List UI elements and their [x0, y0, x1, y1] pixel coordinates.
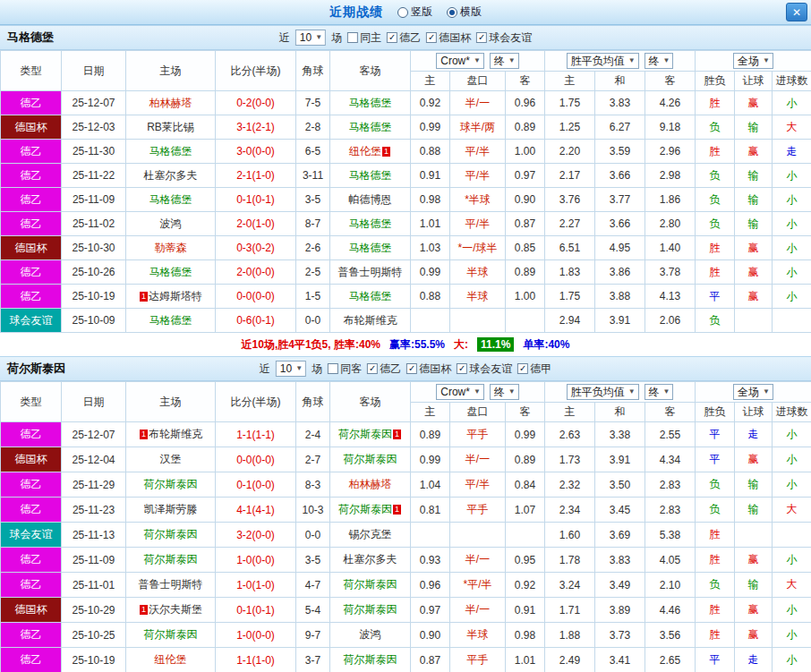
filter-checkbox-1[interactable]: 德乙 [387, 30, 421, 46]
team-link[interactable]: 布轮斯维克 [344, 314, 397, 327]
avg-time-select[interactable]: 终▼ [645, 53, 674, 69]
match-count-select[interactable]: 10▼ [276, 361, 306, 377]
avg-draw-cell: 3.91 [595, 447, 645, 472]
team-link[interactable]: 汉堡 [160, 453, 182, 465]
col-home: 主场 [126, 51, 216, 91]
team-link[interactable]: 马格德堡 [349, 217, 392, 230]
team-link[interactable]: 马格德堡 [149, 145, 192, 157]
team-link[interactable]: 杜塞尔多夫 [144, 169, 198, 182]
chevron-down-icon: ▼ [628, 386, 636, 398]
team-link[interactable]: 锡尔克堡 [349, 528, 392, 540]
corner-cell: 5-4 [296, 598, 330, 623]
team-link[interactable]: 荷尔斯泰因 [344, 453, 397, 465]
away-team-cell: 柏林赫塔 [330, 472, 411, 498]
team-link[interactable]: 帕德博恩 [349, 193, 392, 206]
result-handicap-cell: 赢 [735, 91, 773, 115]
home-team-cell: 荷尔斯泰因 [126, 523, 216, 548]
col-result-handicap: 让球 [735, 403, 773, 422]
away-team-cell: 锡尔克堡 [330, 523, 411, 548]
team-link[interactable]: 普鲁士明斯特 [139, 578, 203, 591]
filter-checkbox-3[interactable]: 球会友谊 [476, 30, 532, 46]
filter-checkbox-3[interactable]: 球会友谊 [457, 362, 512, 377]
bookmaker-select[interactable]: Crow*▼ [436, 53, 484, 69]
close-button[interactable]: ✕ [786, 3, 807, 21]
match-count-select[interactable]: 10▼ [295, 30, 326, 46]
summary-item: 赢率:55.5% [389, 337, 445, 353]
team-link[interactable]: 纽伦堡 [155, 653, 187, 666]
scope-select[interactable]: 全场▼ [733, 53, 773, 69]
team-header: 马格德堡近10▼场同主德乙德国杯球会友谊 [0, 25, 811, 50]
filter-checkbox-0[interactable]: 同主 [347, 30, 381, 46]
layout-radio-horizontal[interactable]: 横版 [447, 4, 482, 20]
date-cell: 25-10-29 [62, 598, 126, 623]
filter-checkbox-2[interactable]: 德国杯 [426, 30, 471, 46]
date-cell: 25-10-19 [62, 285, 126, 309]
filter-checkbox-1[interactable]: 德乙 [367, 362, 401, 377]
date-cell: 25-11-22 [62, 164, 126, 188]
match-row: 球会友谊25-11-13荷尔斯泰因3-2(0-0)0-0锡尔克堡1.603.69… [1, 523, 811, 548]
team-link[interactable]: 马格德堡 [349, 169, 392, 182]
avg-home-cell: 2.34 [545, 498, 595, 523]
team-link[interactable]: 荷尔斯泰因 [144, 478, 198, 490]
layout-radio-vertical[interactable]: 竖版 [397, 4, 432, 20]
team-link[interactable]: 柏林赫塔 [149, 97, 192, 109]
avg-group-header: 胜平负均值▼终▼ [545, 51, 696, 72]
odds-time-select[interactable]: 终▼ [490, 384, 519, 400]
team-link[interactable]: 凯泽斯劳滕 [144, 503, 198, 515]
team-link[interactable]: 勒蒂森 [155, 242, 187, 254]
handicap-cell: 半/一 [450, 447, 506, 472]
team-link[interactable]: 荷尔斯泰因 [144, 528, 198, 540]
scope-select[interactable]: 全场▼ [733, 384, 773, 400]
team-link[interactable]: 布轮斯维克 [149, 428, 202, 440]
result-goals-cell [773, 523, 811, 548]
team-link[interactable]: 荷尔斯泰因 [344, 603, 397, 616]
team-link[interactable]: 沃尔夫斯堡 [149, 603, 202, 616]
result-goals-cell: 小 [773, 548, 811, 573]
avg-select[interactable]: 胜平负均值▼ [567, 384, 639, 400]
odds-time-select[interactable]: 终▼ [490, 53, 519, 69]
team-link[interactable]: 荷尔斯泰因 [344, 578, 397, 591]
odds-home-cell: 0.99 [411, 260, 450, 285]
team-link[interactable]: 马格德堡 [349, 242, 392, 254]
team-link[interactable]: 杜塞尔多夫 [344, 553, 397, 566]
team-link[interactable]: 荷尔斯泰因 [344, 653, 397, 666]
odds-home-cell: 0.99 [411, 447, 450, 472]
filter-checkbox-0[interactable]: 同客 [328, 362, 362, 377]
handicap-cell [450, 523, 506, 548]
filter-checkbox-2[interactable]: 德国杯 [406, 362, 451, 377]
handicap-cell: *半球 [450, 188, 506, 212]
team-link[interactable]: 达姆斯塔特 [149, 290, 202, 302]
team-link[interactable]: 普鲁士明斯特 [338, 266, 403, 278]
filter-checkbox-4[interactable]: 德甲 [517, 362, 551, 377]
avg-select[interactable]: 胜平负均值▼ [567, 53, 639, 69]
team-link[interactable]: 马格德堡 [149, 193, 192, 206]
team-link[interactable]: 马格德堡 [349, 290, 392, 302]
result-group-header: 全场▼ [696, 51, 811, 72]
team-link[interactable]: 马格德堡 [149, 266, 192, 278]
team-link[interactable]: 马格德堡 [349, 97, 392, 109]
checkbox-icon [387, 32, 397, 43]
away-team-cell: 普鲁士明斯特 [330, 260, 411, 285]
league-type-cell: 德国杯 [1, 447, 62, 472]
team-link[interactable]: 荷尔斯泰因 [338, 503, 392, 515]
team-link[interactable]: 马格德堡 [149, 314, 192, 327]
avg-time-select[interactable]: 终▼ [645, 384, 674, 400]
chevron-down-icon: ▼ [474, 55, 481, 67]
home-team-cell: 1沃尔夫斯堡 [126, 598, 216, 623]
away-team-cell: 荷尔斯泰因 [330, 573, 411, 598]
avg-draw-cell: 3.86 [595, 260, 645, 285]
team-link[interactable]: RB莱比锡 [147, 121, 194, 133]
bookmaker-select[interactable]: Crow*▼ [436, 384, 484, 400]
odds-away-cell: 0.97 [506, 164, 545, 188]
team-link[interactable]: 马格德堡 [349, 121, 392, 133]
team-link[interactable]: 荷尔斯泰因 [338, 428, 392, 440]
team-link[interactable]: 荷尔斯泰因 [144, 628, 198, 641]
filter-bar: 近10▼场同客德乙德国杯球会友谊德甲 [260, 361, 551, 377]
result-handicap-cell: 赢 [735, 598, 773, 623]
team-link[interactable]: 荷尔斯泰因 [144, 553, 198, 566]
team-link[interactable]: 波鸿 [160, 217, 182, 230]
team-link[interactable]: 纽伦堡 [349, 145, 381, 157]
team-link[interactable]: 波鸿 [360, 628, 381, 641]
league-type-cell: 德乙 [1, 260, 62, 285]
team-link[interactable]: 柏林赫塔 [349, 478, 392, 490]
